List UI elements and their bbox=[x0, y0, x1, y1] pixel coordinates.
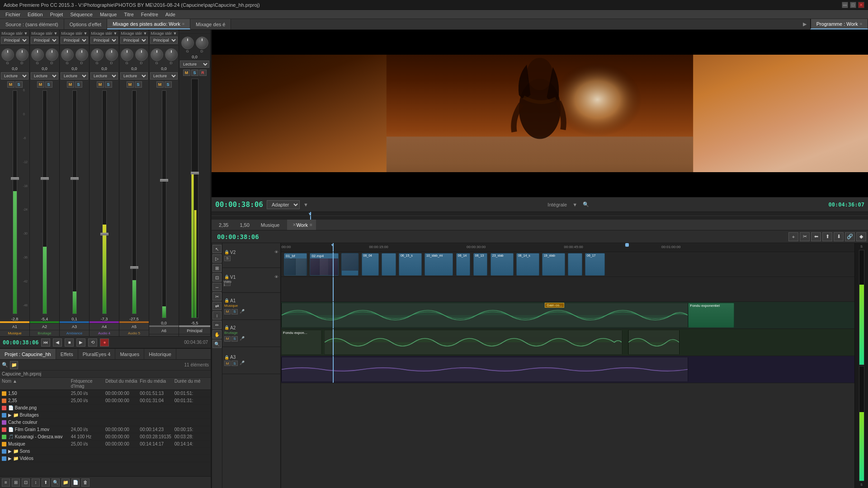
clip-19stab[interactable]: 19_stab bbox=[542, 253, 565, 276]
track-select-btn[interactable]: ▷ bbox=[212, 254, 222, 263]
channel-a1-dropdown[interactable]: Principal bbox=[1, 37, 28, 44]
clip-10stab[interactable]: 10_stab_mi bbox=[425, 253, 453, 276]
channel-a3-knob-l[interactable] bbox=[61, 48, 74, 61]
channel-a5-knob-r[interactable] bbox=[135, 48, 148, 61]
step-back-btn[interactable]: ◀ bbox=[53, 338, 62, 347]
clip-a3-main[interactable] bbox=[281, 357, 688, 382]
channel-a1-solo-btn[interactable]: S bbox=[15, 81, 23, 88]
channel-a3-mute-btn[interactable]: M bbox=[67, 81, 74, 88]
list-item[interactable]: 📄 Bande.png bbox=[0, 404, 211, 412]
channel-a1-fader-track[interactable] bbox=[13, 90, 17, 314]
channel-a3-fader-handle[interactable] bbox=[71, 177, 79, 180]
menu-item-titre[interactable]: Titre bbox=[120, 11, 137, 18]
channel-a4-fader-track[interactable] bbox=[102, 90, 107, 314]
list-item[interactable]: 2,35 25,00 i/s 00:00:00:00 00:01:31:04 0… bbox=[0, 397, 211, 404]
goto-start-btn[interactable]: ⏮ bbox=[41, 338, 50, 347]
channel-master-mute-btn[interactable]: M bbox=[183, 70, 190, 76]
clip-05[interactable] bbox=[382, 253, 396, 276]
proj-tab-marques[interactable]: Marques bbox=[115, 349, 144, 359]
rolling-edit-btn[interactable]: ⊡ bbox=[212, 273, 222, 282]
clip-17[interactable]: 06_17 bbox=[585, 253, 605, 276]
channel-a6-knob-r[interactable] bbox=[165, 48, 178, 61]
track-a3-m-btn[interactable]: M bbox=[224, 361, 231, 366]
list-item[interactable]: Cache couleur bbox=[0, 419, 211, 426]
clip-fondu-exp[interactable]: Fondu exponentiel bbox=[688, 303, 734, 328]
channel-a2-mute-btn[interactable]: M bbox=[37, 81, 44, 88]
track-a1-s-btn[interactable]: S bbox=[231, 309, 238, 314]
channel-a5-solo-btn[interactable]: S bbox=[135, 81, 142, 88]
preview-zoom-dropdown[interactable]: Adapter bbox=[267, 200, 300, 209]
freeform-view-btn[interactable]: ⊡ bbox=[22, 479, 30, 487]
channel-a6-knob-l[interactable] bbox=[151, 48, 163, 61]
clip-audio-music-main[interactable] bbox=[281, 303, 688, 328]
extract-btn[interactable]: ⬇ bbox=[834, 232, 844, 241]
track-a1-mic-icon[interactable]: 🎤 bbox=[240, 309, 245, 314]
list-item[interactable]: 📄 Film Grain 1.mov 24,00 i/s 00:00:00:00… bbox=[0, 426, 211, 433]
automate-btn[interactable]: ⬆ bbox=[42, 479, 50, 487]
channel-a3-knob-r[interactable] bbox=[75, 48, 88, 61]
seq-tab-235[interactable]: 2,35 bbox=[215, 220, 232, 230]
zoom-tool-tl-btn[interactable]: 🔍 bbox=[212, 340, 222, 348]
channel-a4-solo-btn[interactable]: S bbox=[105, 81, 112, 88]
icon-view-btn[interactable]: ⊞ bbox=[12, 479, 20, 487]
seq-tab-work[interactable]: ✕ Work ≡ bbox=[287, 220, 316, 230]
track-a2-mic-icon[interactable]: 🎤 bbox=[240, 336, 245, 342]
preview-playhead-bar[interactable] bbox=[212, 211, 868, 220]
channel-a6-dropdown[interactable]: Principal bbox=[150, 37, 178, 44]
clip-03[interactable] bbox=[341, 253, 359, 276]
track-a3-mic-icon[interactable]: 🎤 bbox=[240, 361, 245, 366]
clip-bruitage-end[interactable] bbox=[628, 330, 679, 355]
channel-master-record-btn[interactable]: R bbox=[199, 70, 207, 76]
tab-source[interactable]: Source : (sans élément) bbox=[0, 19, 64, 29]
close-button[interactable]: ✕ bbox=[858, 2, 864, 8]
channel-a4-dropdown[interactable]: Principal bbox=[90, 37, 118, 44]
track-a1-m-btn[interactable]: M bbox=[224, 309, 231, 314]
track-a2-m-btn[interactable]: M bbox=[224, 336, 231, 342]
ripple-edit-btn[interactable]: ⊞ bbox=[212, 264, 222, 272]
list-item[interactable]: Musique 25,00 i/s 00:00:00:00 00:14:14:1… bbox=[0, 441, 211, 448]
channel-a1-knob-l[interactable] bbox=[1, 48, 14, 61]
minimize-button[interactable]: — bbox=[842, 2, 848, 8]
channel-a6-solo-btn[interactable]: S bbox=[165, 81, 172, 88]
channel-a1-lecture[interactable]: Lecture bbox=[1, 72, 28, 80]
tab-mixage-e[interactable]: Mixage des é bbox=[190, 19, 231, 29]
channel-a4-lecture[interactable]: Lecture bbox=[90, 72, 118, 80]
channel-master-fader-track[interactable] bbox=[191, 79, 198, 318]
clip-06-04[interactable]: 06_04 bbox=[362, 253, 379, 276]
record-btn[interactable]: ● bbox=[100, 338, 109, 347]
track-v2-eye-icon[interactable]: 👁 bbox=[274, 250, 278, 254]
channel-a3-dropdown[interactable]: Principal bbox=[61, 37, 88, 44]
new-bin-btn[interactable]: 📁 bbox=[61, 479, 70, 487]
channel-a1-knob-r[interactable] bbox=[16, 48, 28, 61]
clip-v2-extra1[interactable] bbox=[568, 253, 582, 276]
clip-01bf[interactable]: 01_bf bbox=[284, 253, 307, 276]
channel-a2-knob-l[interactable] bbox=[31, 48, 44, 61]
proj-tab-effects[interactable]: Effets bbox=[56, 349, 78, 359]
sort-btn[interactable]: ↕ bbox=[32, 479, 40, 487]
list-item[interactable]: ▶ 📁 Sons bbox=[0, 448, 211, 455]
pen-tool-btn[interactable]: ✏ bbox=[212, 321, 222, 329]
slide-tool-btn[interactable]: ↕ bbox=[212, 311, 222, 319]
maximize-button[interactable]: □ bbox=[850, 2, 856, 8]
channel-a1-fader-handle[interactable] bbox=[11, 177, 19, 180]
tab-programme[interactable]: Programme : Work≡ bbox=[810, 19, 868, 29]
menu-item-projet[interactable]: Projet bbox=[47, 11, 67, 18]
channel-a2-fader-track[interactable] bbox=[42, 90, 47, 314]
step-fwd-btn[interactable]: ▶ bbox=[76, 338, 85, 347]
proj-tab-pluraleyes[interactable]: PluralEyes 4 bbox=[78, 349, 116, 359]
track-a2-s-btn[interactable]: S bbox=[231, 336, 238, 342]
clip-15s[interactable]: 06_15_s bbox=[399, 253, 422, 276]
find-btn[interactable]: 🔍 bbox=[52, 479, 60, 487]
add-track-btn[interactable]: + bbox=[788, 232, 798, 241]
stop-btn[interactable]: ■ bbox=[65, 338, 74, 347]
channel-a4-knob-r[interactable] bbox=[105, 48, 118, 61]
channel-master-lecture[interactable]: Lecture bbox=[180, 61, 209, 68]
gain-co-marker[interactable]: Gain co... bbox=[545, 303, 564, 308]
menu-item-fenêtre[interactable]: Fenêtre bbox=[137, 11, 162, 18]
track-v2-sync-btn[interactable]: S bbox=[224, 256, 231, 261]
clip-fondu-expon-a2[interactable]: Fondu expon... bbox=[281, 330, 321, 355]
channel-a5-fader-handle[interactable] bbox=[130, 266, 138, 269]
clip-23stab[interactable]: 23_stab bbox=[491, 253, 514, 276]
ripple-delete-btn[interactable]: ⬅ bbox=[811, 232, 821, 241]
channel-a5-fader-track[interactable] bbox=[132, 90, 137, 314]
